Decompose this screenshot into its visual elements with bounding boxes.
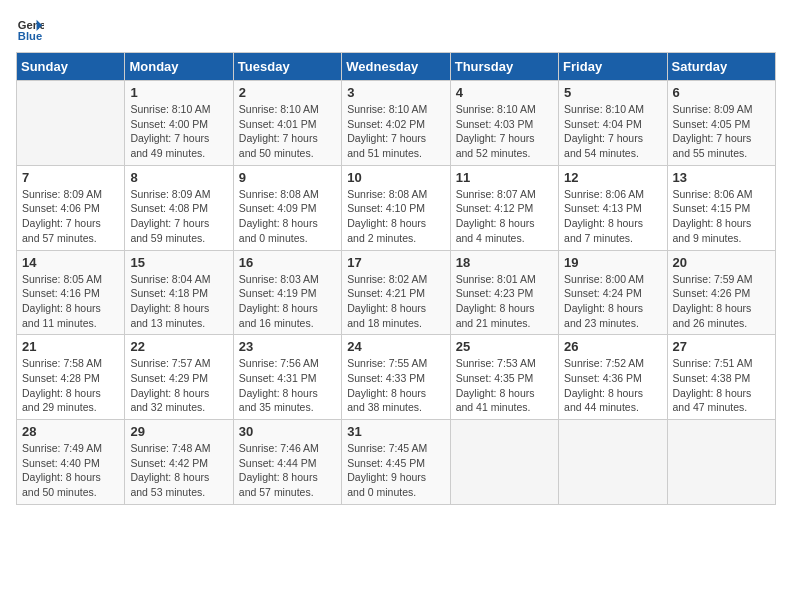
day-info: Sunrise: 8:04 AMSunset: 4:18 PMDaylight:… xyxy=(130,272,227,331)
calendar-cell: 19Sunrise: 8:00 AMSunset: 4:24 PMDayligh… xyxy=(559,250,667,335)
day-number: 28 xyxy=(22,424,119,439)
day-number: 25 xyxy=(456,339,553,354)
calendar-cell xyxy=(17,81,125,166)
calendar-cell: 15Sunrise: 8:04 AMSunset: 4:18 PMDayligh… xyxy=(125,250,233,335)
calendar-cell: 24Sunrise: 7:55 AMSunset: 4:33 PMDayligh… xyxy=(342,335,450,420)
day-info: Sunrise: 8:10 AMSunset: 4:00 PMDaylight:… xyxy=(130,102,227,161)
day-number: 18 xyxy=(456,255,553,270)
day-number: 21 xyxy=(22,339,119,354)
day-info: Sunrise: 7:45 AMSunset: 4:45 PMDaylight:… xyxy=(347,441,444,500)
weekday-header-monday: Monday xyxy=(125,53,233,81)
day-number: 30 xyxy=(239,424,336,439)
weekday-header-thursday: Thursday xyxy=(450,53,558,81)
day-number: 2 xyxy=(239,85,336,100)
day-info: Sunrise: 8:10 AMSunset: 4:04 PMDaylight:… xyxy=(564,102,661,161)
day-number: 6 xyxy=(673,85,770,100)
calendar-cell: 14Sunrise: 8:05 AMSunset: 4:16 PMDayligh… xyxy=(17,250,125,335)
day-number: 19 xyxy=(564,255,661,270)
day-number: 26 xyxy=(564,339,661,354)
day-info: Sunrise: 8:03 AMSunset: 4:19 PMDaylight:… xyxy=(239,272,336,331)
day-info: Sunrise: 8:09 AMSunset: 4:06 PMDaylight:… xyxy=(22,187,119,246)
day-info: Sunrise: 7:46 AMSunset: 4:44 PMDaylight:… xyxy=(239,441,336,500)
calendar-cell: 10Sunrise: 8:08 AMSunset: 4:10 PMDayligh… xyxy=(342,165,450,250)
day-number: 23 xyxy=(239,339,336,354)
calendar-week-row: 1Sunrise: 8:10 AMSunset: 4:00 PMDaylight… xyxy=(17,81,776,166)
calendar-cell: 22Sunrise: 7:57 AMSunset: 4:29 PMDayligh… xyxy=(125,335,233,420)
day-number: 29 xyxy=(130,424,227,439)
calendar-cell: 30Sunrise: 7:46 AMSunset: 4:44 PMDayligh… xyxy=(233,420,341,505)
calendar-cell: 27Sunrise: 7:51 AMSunset: 4:38 PMDayligh… xyxy=(667,335,775,420)
calendar-cell: 16Sunrise: 8:03 AMSunset: 4:19 PMDayligh… xyxy=(233,250,341,335)
calendar-cell: 11Sunrise: 8:07 AMSunset: 4:12 PMDayligh… xyxy=(450,165,558,250)
day-number: 7 xyxy=(22,170,119,185)
day-number: 11 xyxy=(456,170,553,185)
day-info: Sunrise: 7:59 AMSunset: 4:26 PMDaylight:… xyxy=(673,272,770,331)
day-number: 20 xyxy=(673,255,770,270)
day-number: 12 xyxy=(564,170,661,185)
day-number: 16 xyxy=(239,255,336,270)
calendar-cell: 26Sunrise: 7:52 AMSunset: 4:36 PMDayligh… xyxy=(559,335,667,420)
day-info: Sunrise: 8:06 AMSunset: 4:13 PMDaylight:… xyxy=(564,187,661,246)
day-info: Sunrise: 8:06 AMSunset: 4:15 PMDaylight:… xyxy=(673,187,770,246)
day-info: Sunrise: 7:52 AMSunset: 4:36 PMDaylight:… xyxy=(564,356,661,415)
day-number: 27 xyxy=(673,339,770,354)
calendar-cell: 31Sunrise: 7:45 AMSunset: 4:45 PMDayligh… xyxy=(342,420,450,505)
svg-text:Blue: Blue xyxy=(18,30,42,42)
calendar-table: SundayMondayTuesdayWednesdayThursdayFrid… xyxy=(16,52,776,505)
day-number: 13 xyxy=(673,170,770,185)
day-info: Sunrise: 8:07 AMSunset: 4:12 PMDaylight:… xyxy=(456,187,553,246)
calendar-cell: 13Sunrise: 8:06 AMSunset: 4:15 PMDayligh… xyxy=(667,165,775,250)
day-info: Sunrise: 8:09 AMSunset: 4:08 PMDaylight:… xyxy=(130,187,227,246)
calendar-cell: 3Sunrise: 8:10 AMSunset: 4:02 PMDaylight… xyxy=(342,81,450,166)
calendar-cell: 1Sunrise: 8:10 AMSunset: 4:00 PMDaylight… xyxy=(125,81,233,166)
day-number: 3 xyxy=(347,85,444,100)
day-info: Sunrise: 7:51 AMSunset: 4:38 PMDaylight:… xyxy=(673,356,770,415)
calendar-cell: 25Sunrise: 7:53 AMSunset: 4:35 PMDayligh… xyxy=(450,335,558,420)
calendar-cell: 21Sunrise: 7:58 AMSunset: 4:28 PMDayligh… xyxy=(17,335,125,420)
calendar-week-row: 28Sunrise: 7:49 AMSunset: 4:40 PMDayligh… xyxy=(17,420,776,505)
day-number: 4 xyxy=(456,85,553,100)
day-number: 31 xyxy=(347,424,444,439)
calendar-cell: 28Sunrise: 7:49 AMSunset: 4:40 PMDayligh… xyxy=(17,420,125,505)
calendar-body: 1Sunrise: 8:10 AMSunset: 4:00 PMDaylight… xyxy=(17,81,776,505)
day-info: Sunrise: 8:02 AMSunset: 4:21 PMDaylight:… xyxy=(347,272,444,331)
calendar-week-row: 7Sunrise: 8:09 AMSunset: 4:06 PMDaylight… xyxy=(17,165,776,250)
day-number: 10 xyxy=(347,170,444,185)
day-info: Sunrise: 8:00 AMSunset: 4:24 PMDaylight:… xyxy=(564,272,661,331)
day-info: Sunrise: 8:10 AMSunset: 4:01 PMDaylight:… xyxy=(239,102,336,161)
logo: General Blue xyxy=(16,16,44,44)
day-number: 15 xyxy=(130,255,227,270)
calendar-cell: 7Sunrise: 8:09 AMSunset: 4:06 PMDaylight… xyxy=(17,165,125,250)
weekday-header-saturday: Saturday xyxy=(667,53,775,81)
calendar-cell: 2Sunrise: 8:10 AMSunset: 4:01 PMDaylight… xyxy=(233,81,341,166)
calendar-cell: 18Sunrise: 8:01 AMSunset: 4:23 PMDayligh… xyxy=(450,250,558,335)
logo-icon: General Blue xyxy=(16,16,44,44)
day-info: Sunrise: 7:56 AMSunset: 4:31 PMDaylight:… xyxy=(239,356,336,415)
calendar-cell: 23Sunrise: 7:56 AMSunset: 4:31 PMDayligh… xyxy=(233,335,341,420)
calendar-cell: 20Sunrise: 7:59 AMSunset: 4:26 PMDayligh… xyxy=(667,250,775,335)
day-info: Sunrise: 7:55 AMSunset: 4:33 PMDaylight:… xyxy=(347,356,444,415)
calendar-cell: 17Sunrise: 8:02 AMSunset: 4:21 PMDayligh… xyxy=(342,250,450,335)
day-info: Sunrise: 8:09 AMSunset: 4:05 PMDaylight:… xyxy=(673,102,770,161)
day-number: 1 xyxy=(130,85,227,100)
weekday-header-row: SundayMondayTuesdayWednesdayThursdayFrid… xyxy=(17,53,776,81)
weekday-header-friday: Friday xyxy=(559,53,667,81)
day-info: Sunrise: 7:57 AMSunset: 4:29 PMDaylight:… xyxy=(130,356,227,415)
day-number: 22 xyxy=(130,339,227,354)
calendar-cell xyxy=(450,420,558,505)
calendar-cell: 5Sunrise: 8:10 AMSunset: 4:04 PMDaylight… xyxy=(559,81,667,166)
day-info: Sunrise: 8:08 AMSunset: 4:10 PMDaylight:… xyxy=(347,187,444,246)
header: General Blue xyxy=(16,16,776,44)
day-info: Sunrise: 8:05 AMSunset: 4:16 PMDaylight:… xyxy=(22,272,119,331)
calendar-cell xyxy=(667,420,775,505)
day-info: Sunrise: 8:10 AMSunset: 4:02 PMDaylight:… xyxy=(347,102,444,161)
day-number: 9 xyxy=(239,170,336,185)
calendar-cell: 8Sunrise: 8:09 AMSunset: 4:08 PMDaylight… xyxy=(125,165,233,250)
day-info: Sunrise: 8:01 AMSunset: 4:23 PMDaylight:… xyxy=(456,272,553,331)
calendar-cell: 4Sunrise: 8:10 AMSunset: 4:03 PMDaylight… xyxy=(450,81,558,166)
weekday-header-sunday: Sunday xyxy=(17,53,125,81)
day-number: 24 xyxy=(347,339,444,354)
day-info: Sunrise: 7:53 AMSunset: 4:35 PMDaylight:… xyxy=(456,356,553,415)
weekday-header-tuesday: Tuesday xyxy=(233,53,341,81)
calendar-cell: 6Sunrise: 8:09 AMSunset: 4:05 PMDaylight… xyxy=(667,81,775,166)
